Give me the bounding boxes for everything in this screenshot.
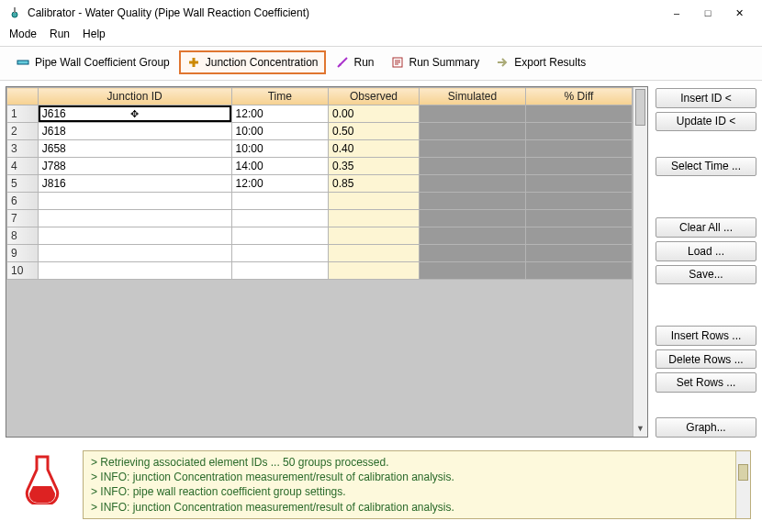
row-header[interactable]: 3 <box>7 140 39 158</box>
table-row[interactable]: 9 <box>7 245 633 262</box>
graph-button[interactable]: Graph... <box>656 417 756 438</box>
menu-run[interactable]: Run <box>50 28 70 40</box>
cell-time[interactable] <box>231 210 328 227</box>
cell-observed[interactable]: 0.00 <box>328 105 419 123</box>
tab-pipe-wall-group[interactable]: Pipe Wall Coefficient Group <box>9 51 176 73</box>
cell-simulated[interactable] <box>420 262 526 280</box>
cell-simulated[interactable] <box>420 158 526 175</box>
table-row[interactable]: 1J616✥12:000.00 <box>7 105 633 123</box>
scroll-down-icon[interactable]: ▼ <box>633 422 647 437</box>
cell-simulated[interactable] <box>420 123 526 140</box>
delete-rows-button[interactable]: Delete Rows ... <box>656 349 756 370</box>
tab-junction-concentration[interactable]: Junction Concentration <box>179 50 326 74</box>
log-scroll-thumb[interactable] <box>738 464 748 481</box>
cell-percent-diff[interactable] <box>525 245 632 262</box>
cell-simulated[interactable] <box>420 175 526 193</box>
cell-time[interactable] <box>231 227 328 245</box>
cell-simulated[interactable] <box>420 245 526 262</box>
maximize-button[interactable]: □ <box>692 3 723 23</box>
load-button[interactable]: Load ... <box>656 241 756 261</box>
cell-simulated[interactable] <box>420 193 526 210</box>
row-header[interactable]: 10 <box>7 262 39 280</box>
clear-all-button[interactable]: Clear All ... <box>656 217 756 238</box>
row-header[interactable]: 1 <box>7 105 39 123</box>
row-header[interactable]: 5 <box>7 175 39 193</box>
minimize-button[interactable]: – <box>661 3 692 23</box>
cell-junction-id[interactable] <box>38 262 231 280</box>
table-row[interactable]: 10 <box>7 262 633 280</box>
cell-junction-id[interactable]: J816 <box>38 175 231 193</box>
cell-observed[interactable] <box>328 227 419 245</box>
col-junction-id[interactable]: Junction ID <box>38 88 231 105</box>
cell-percent-diff[interactable] <box>525 123 632 140</box>
cell-time[interactable]: 10:00 <box>231 123 328 140</box>
cell-junction-id[interactable] <box>38 227 231 245</box>
cell-junction-id[interactable] <box>38 245 231 262</box>
cell-junction-id[interactable]: J616✥ <box>38 105 231 123</box>
cell-time[interactable]: 12:00 <box>231 175 328 193</box>
table-row[interactable]: 3J65810:000.40 <box>7 140 633 158</box>
cell-time[interactable] <box>231 245 328 262</box>
insert-rows-button[interactable]: Insert Rows ... <box>656 326 756 346</box>
table-row[interactable]: 6 <box>7 193 633 210</box>
insert-id-button[interactable]: Insert ID < <box>656 88 756 108</box>
grid-scrollbar[interactable]: ▲ ▼ <box>633 87 647 437</box>
data-grid[interactable]: Junction ID Time Observed Simulated % Di… <box>6 86 648 438</box>
cell-junction-id[interactable]: J658 <box>38 140 231 158</box>
cell-junction-id[interactable]: J618 <box>38 123 231 140</box>
menu-mode[interactable]: Mode <box>9 28 37 40</box>
cell-percent-diff[interactable] <box>525 140 632 158</box>
cell-percent-diff[interactable] <box>525 193 632 210</box>
cell-time[interactable]: 12:00 <box>231 105 328 123</box>
cell-percent-diff[interactable] <box>525 210 632 227</box>
scroll-thumb[interactable] <box>635 89 645 126</box>
row-header[interactable]: 6 <box>7 193 39 210</box>
table-row[interactable]: 8 <box>7 227 633 245</box>
cell-percent-diff[interactable] <box>525 227 632 245</box>
save-button[interactable]: Save... <box>656 265 756 285</box>
cell-percent-diff[interactable] <box>525 262 632 280</box>
export-results-button[interactable]: Export Results <box>488 51 592 73</box>
cell-observed[interactable]: 0.35 <box>328 158 419 175</box>
select-time-button[interactable]: Select Time ... <box>656 157 756 177</box>
grid-corner[interactable] <box>7 88 39 105</box>
log-scrollbar[interactable] <box>735 451 750 518</box>
cell-junction-id[interactable]: J788 <box>38 158 231 175</box>
cell-time[interactable] <box>231 262 328 280</box>
cell-observed[interactable] <box>328 245 419 262</box>
cell-percent-diff[interactable] <box>525 158 632 175</box>
cell-observed[interactable] <box>328 262 419 280</box>
cell-simulated[interactable] <box>420 227 526 245</box>
row-header[interactable]: 7 <box>7 210 39 227</box>
close-button[interactable]: ✕ <box>723 3 755 23</box>
menu-help[interactable]: Help <box>83 28 106 40</box>
col-percent-diff[interactable]: % Diff <box>525 88 632 105</box>
row-header[interactable]: 4 <box>7 158 39 175</box>
update-id-button[interactable]: Update ID < <box>656 112 756 132</box>
cell-time[interactable]: 14:00 <box>231 158 328 175</box>
col-time[interactable]: Time <box>231 88 328 105</box>
table-row[interactable]: 7 <box>7 210 633 227</box>
cell-observed[interactable]: 0.40 <box>328 140 419 158</box>
cell-time[interactable] <box>231 193 328 210</box>
row-header[interactable]: 9 <box>7 245 39 262</box>
table-row[interactable]: 5J81612:000.85 <box>7 175 633 193</box>
cell-simulated[interactable] <box>420 105 526 123</box>
cell-observed[interactable]: 0.85 <box>328 175 419 193</box>
col-simulated[interactable]: Simulated <box>420 88 526 105</box>
cell-observed[interactable] <box>328 210 419 227</box>
cell-percent-diff[interactable] <box>525 105 632 123</box>
set-rows-button[interactable]: Set Rows ... <box>656 372 756 393</box>
cell-simulated[interactable] <box>420 210 526 227</box>
col-observed[interactable]: Observed <box>328 88 419 105</box>
cell-observed[interactable]: 0.50 <box>328 123 419 140</box>
row-header[interactable]: 8 <box>7 227 39 245</box>
cell-observed[interactable] <box>328 193 419 210</box>
cell-time[interactable]: 10:00 <box>231 140 328 158</box>
row-header[interactable]: 2 <box>7 123 39 140</box>
cell-percent-diff[interactable] <box>525 175 632 193</box>
cell-simulated[interactable] <box>420 140 526 158</box>
table-row[interactable]: 4J78814:000.35 <box>7 158 633 175</box>
cell-junction-id[interactable] <box>38 193 231 210</box>
run-summary-button[interactable]: Run Summary <box>384 51 487 73</box>
